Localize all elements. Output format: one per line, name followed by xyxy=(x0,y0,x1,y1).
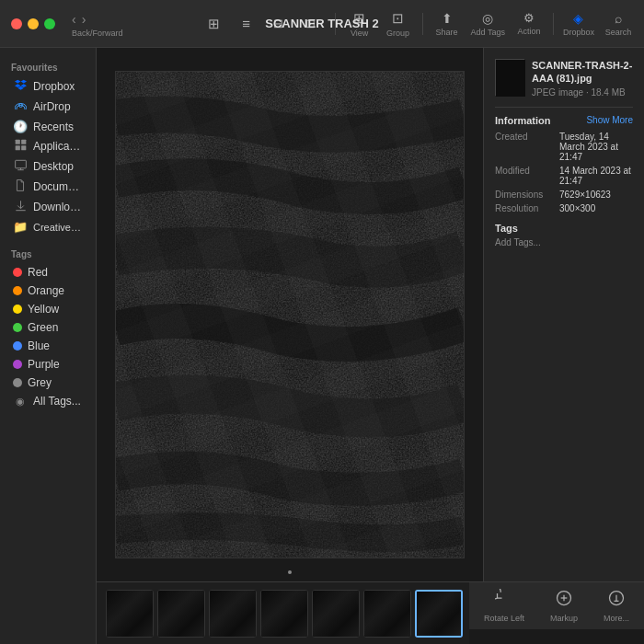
forward-button[interactable]: › xyxy=(80,10,88,29)
thumbnail-4[interactable] xyxy=(260,590,308,638)
thumbnail-strip xyxy=(97,581,469,644)
sidebar-item-tag-grey[interactable]: Grey xyxy=(4,374,92,392)
resolution-key: Resolution xyxy=(495,203,559,213)
documents-sidebar-label: Documents xyxy=(33,180,83,193)
resolution-value: 300×300 xyxy=(559,203,633,213)
search-button[interactable]: ⌕ Search xyxy=(604,11,633,37)
tag-grey-dot xyxy=(13,378,22,387)
sidebar-item-tag-purple[interactable]: Purple xyxy=(4,355,92,374)
close-button[interactable] xyxy=(11,18,22,29)
filetype: JPEG image · 18.4 MB xyxy=(532,87,633,98)
desktop-sidebar-icon xyxy=(13,159,28,174)
sidebar-item-recents[interactable]: 🕐 Recents xyxy=(4,117,92,136)
view-icons-button[interactable]: ⊞ xyxy=(200,16,229,32)
dimensions-key: Dimensions xyxy=(495,190,559,200)
preview-image xyxy=(115,71,465,558)
tags-section-label: Tags xyxy=(0,244,96,263)
sidebar-item-tag-green[interactable]: Green xyxy=(4,318,92,337)
tag-green-label: Green xyxy=(28,321,58,334)
back-button[interactable]: ‹ xyxy=(70,10,78,29)
thumbnail-2[interactable] xyxy=(157,590,205,638)
rotate-left-button[interactable]: Rotate Left xyxy=(484,589,524,623)
dropbox-label: Dropbox xyxy=(563,28,594,37)
group-icon: ⊡ xyxy=(392,10,404,27)
modified-key: Modified xyxy=(495,166,559,186)
creative-sidebar-icon: 📁 xyxy=(13,220,28,234)
add-tags-button[interactable]: ◎ Add Tags xyxy=(471,11,505,37)
sidebar-item-applications[interactable]: Applications xyxy=(4,136,92,156)
sidebar-item-dropbox[interactable]: Dropbox xyxy=(4,76,92,97)
share-button[interactable]: ⬆ Share xyxy=(432,11,462,37)
preview-svg xyxy=(116,72,464,558)
add-tags-icon: ◎ xyxy=(482,11,493,26)
show-more-link[interactable]: Show More xyxy=(586,115,633,125)
image-preview-area[interactable] xyxy=(97,48,483,581)
action-button[interactable]: ⚙ Action xyxy=(514,11,544,36)
view-list-button[interactable]: ≡ xyxy=(232,16,261,31)
more-label: More... xyxy=(604,614,629,623)
group-button[interactable]: ⊡ Group xyxy=(384,10,413,38)
window-buttons xyxy=(11,18,55,29)
sidebar-item-downloads[interactable]: Downloads xyxy=(4,197,92,217)
filename: SCANNER-TRASH-2-AAA (81).jpg xyxy=(532,59,633,86)
thumbnail-3[interactable] xyxy=(209,590,257,638)
tag-blue-dot xyxy=(13,341,22,351)
sidebar-item-tag-blue[interactable]: Blue xyxy=(4,337,92,355)
thumbnail-7-active[interactable] xyxy=(415,590,463,638)
sidebar-item-tag-orange[interactable]: Orange xyxy=(4,282,92,300)
page-dot-1 xyxy=(288,570,292,574)
svg-rect-18 xyxy=(107,591,154,638)
action-label: Action xyxy=(517,27,540,36)
sidebar-item-airdrop[interactable]: AirDrop xyxy=(4,97,92,117)
sidebar-item-all-tags[interactable]: ◉ All Tags... xyxy=(4,392,92,410)
modified-row: Modified 14 March 2023 at 21:47 xyxy=(495,166,633,186)
rotate-left-icon xyxy=(495,589,513,612)
airdrop-sidebar-label: AirDrop xyxy=(33,100,71,113)
dropbox-sidebar-icon xyxy=(13,79,28,94)
sidebar-item-creative[interactable]: 📁 Creative Cl... xyxy=(4,217,92,236)
sidebar-item-tag-yellow[interactable]: Yellow xyxy=(4,300,92,318)
svg-rect-26 xyxy=(417,592,463,638)
file-header: SCANNER-TRASH-2-AAA (81).jpg JPEG image … xyxy=(495,59,633,98)
markup-icon xyxy=(555,589,573,612)
sidebar-item-documents[interactable]: Documents xyxy=(4,177,92,197)
thumbnail-5[interactable] xyxy=(312,590,360,638)
sidebar-item-desktop[interactable]: Desktop xyxy=(4,156,92,177)
add-tags-field[interactable]: Add Tags... xyxy=(495,237,633,247)
svg-rect-9 xyxy=(21,145,26,150)
thumbnail-1[interactable] xyxy=(106,590,154,638)
applications-sidebar-icon xyxy=(13,139,28,154)
more-button[interactable]: More... xyxy=(604,589,629,623)
thumbnail-6[interactable] xyxy=(363,590,411,638)
rotate-left-label: Rotate Left xyxy=(484,614,524,623)
minimize-button[interactable] xyxy=(28,18,39,29)
tag-purple-label: Purple xyxy=(28,358,60,371)
tags-section: Tags Add Tags... xyxy=(495,223,633,247)
markup-label: Markup xyxy=(550,614,578,623)
add-tags-label: Add Tags xyxy=(471,28,505,37)
tag-green-dot xyxy=(13,323,22,332)
page-indicator xyxy=(288,570,292,574)
share-label: Share xyxy=(436,28,458,37)
action-icon: ⚙ xyxy=(523,11,535,25)
svg-rect-14 xyxy=(116,72,464,558)
dropbox-button[interactable]: ◈ Dropbox xyxy=(563,11,594,37)
svg-rect-21 xyxy=(261,591,308,638)
tag-grey-label: Grey xyxy=(28,376,52,389)
tag-yellow-label: Yellow xyxy=(28,303,59,316)
desktop-sidebar-label: Desktop xyxy=(33,160,74,173)
svg-rect-15 xyxy=(116,72,464,558)
airdrop-sidebar-icon xyxy=(13,99,28,114)
sidebar-item-tag-red[interactable]: Red xyxy=(4,263,92,282)
svg-rect-7 xyxy=(21,140,26,144)
svg-rect-6 xyxy=(15,140,19,144)
downloads-sidebar-icon xyxy=(13,200,28,214)
svg-rect-20 xyxy=(210,591,257,638)
tag-red-dot xyxy=(13,268,22,277)
maximize-button[interactable] xyxy=(44,18,55,29)
search-icon: ⌕ xyxy=(615,11,622,26)
file-info-text: SCANNER-TRASH-2-AAA (81).jpg JPEG image … xyxy=(532,59,633,98)
downloads-sidebar-label: Downloads xyxy=(33,201,83,213)
resolution-row: Resolution 300×300 xyxy=(495,203,633,213)
markup-button[interactable]: Markup xyxy=(550,589,578,623)
